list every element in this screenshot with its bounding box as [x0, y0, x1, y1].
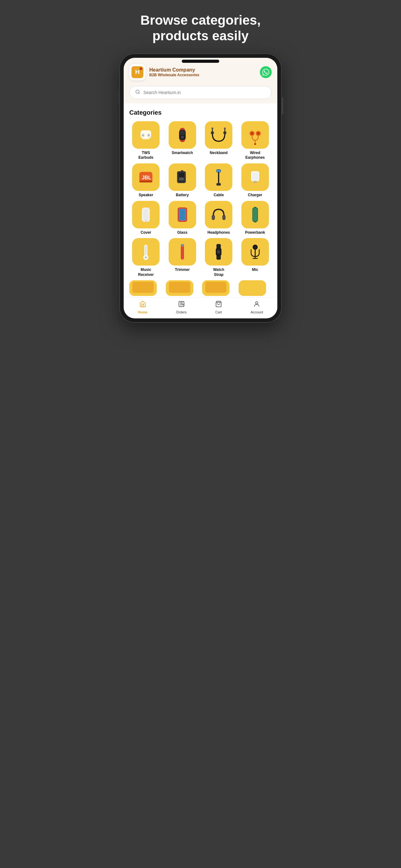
svg-rect-60 — [208, 204, 230, 226]
category-label-glass: Glass — [177, 230, 188, 235]
category-label-charger: Charger — [248, 193, 262, 198]
category-cover[interactable]: Cover — [129, 201, 163, 235]
nav-home[interactable]: Home — [138, 301, 148, 314]
category-icon-speaker: JBL — [132, 163, 160, 191]
home-icon — [139, 301, 146, 309]
svg-rect-12 — [180, 131, 185, 135]
category-label-headphones: Headphones — [207, 230, 230, 235]
svg-rect-15 — [208, 124, 230, 146]
svg-point-21 — [224, 127, 226, 129]
svg-rect-49 — [256, 181, 257, 183]
category-label-wired: WiredEarphones — [245, 151, 265, 160]
category-label-music-receiver: MusicReceiver — [138, 268, 154, 277]
svg-point-28 — [254, 143, 256, 145]
category-label-smartwatch: Smartwatch — [172, 151, 193, 156]
category-icon-powerbank — [241, 201, 269, 228]
svg-rect-48 — [254, 181, 255, 183]
orders-icon — [178, 301, 185, 309]
category-wired-earphones[interactable]: WiredEarphones — [239, 121, 272, 160]
phone-notch — [182, 60, 219, 63]
company-name: Heartium Company — [149, 67, 199, 73]
svg-rect-64 — [223, 216, 225, 219]
category-label-tws: TWSEarbuds — [138, 151, 153, 160]
category-icon-tws — [132, 121, 160, 149]
category-icon-battery — [169, 163, 196, 191]
svg-rect-67 — [253, 208, 257, 221]
app-logo: H — [132, 66, 143, 78]
category-music-receiver[interactable]: MusicReceiver — [129, 238, 163, 277]
category-icon-neckband — [205, 121, 232, 149]
svg-text:JBL: JBL — [142, 175, 151, 180]
svg-rect-53 — [143, 209, 149, 221]
app-content: Categories — [124, 103, 277, 298]
category-label-trimmer: Trimmer — [175, 268, 190, 273]
svg-point-26 — [257, 132, 260, 135]
category-icon-music-receiver — [132, 238, 160, 266]
category-icon-trimmer — [169, 238, 196, 266]
svg-rect-44 — [216, 183, 221, 186]
category-icon-mic — [241, 238, 269, 266]
search-box[interactable] — [129, 86, 272, 99]
company-info: Heartium Company B2B Wholesale Accessori… — [149, 67, 199, 77]
search-input[interactable] — [143, 90, 266, 95]
category-glass[interactable]: Glass — [166, 201, 199, 235]
category-speaker[interactable]: JBL Speaker — [129, 163, 163, 198]
category-trimmer[interactable]: Trimmer — [166, 238, 199, 277]
category-label-speaker: Speaker — [139, 193, 153, 198]
category-tws-earbuds[interactable]: TWSEarbuds — [129, 121, 163, 160]
category-cable[interactable]: Cable — [202, 163, 235, 198]
svg-rect-99 — [205, 282, 226, 293]
category-icon-headphones — [205, 201, 232, 228]
svg-point-0 — [136, 90, 139, 93]
nav-account-label: Account — [250, 310, 263, 314]
search-icon — [135, 89, 140, 96]
nav-home-label: Home — [138, 310, 148, 314]
partial-cat-3 — [202, 280, 230, 296]
svg-rect-79 — [181, 244, 184, 247]
category-powerbank[interactable]: Powerbank — [239, 201, 272, 235]
hero-title: Browse categories,products easily — [140, 12, 261, 44]
company-tagline: B2B Wholesale Accessories — [149, 73, 199, 77]
svg-point-14 — [182, 136, 183, 138]
category-icon-cover — [132, 201, 160, 228]
nav-cart[interactable]: Cart — [215, 301, 222, 314]
category-mic[interactable]: Mic — [239, 238, 272, 277]
category-watch-strap[interactable]: WatchStrap — [202, 238, 235, 277]
svg-point-25 — [251, 132, 253, 135]
svg-point-17 — [223, 131, 226, 134]
category-label-cover: Cover — [140, 230, 151, 235]
svg-point-6 — [148, 134, 149, 136]
partial-categories-row — [129, 280, 272, 297]
svg-rect-47 — [252, 172, 259, 181]
svg-rect-59 — [179, 209, 185, 220]
category-label-neckband: Neckband — [210, 151, 228, 156]
category-headphones[interactable]: Headphones — [202, 201, 235, 235]
whatsapp-button[interactable] — [260, 66, 272, 78]
svg-point-20 — [211, 127, 213, 129]
nav-orders[interactable]: Orders — [176, 301, 187, 314]
category-label-cable: Cable — [213, 193, 224, 198]
svg-rect-95 — [132, 282, 154, 293]
category-icon-wired — [241, 121, 269, 149]
svg-rect-37 — [179, 178, 184, 181]
category-label-powerbank: Powerbank — [245, 230, 265, 235]
phone-frame: H Heartium Company B2B Wholesale Accesso… — [119, 54, 282, 323]
category-charger[interactable]: Charger — [239, 163, 272, 198]
svg-point-75 — [145, 257, 146, 258]
cart-icon — [215, 301, 222, 309]
category-battery[interactable]: Battery — [166, 163, 199, 198]
partial-cat-1 — [129, 280, 157, 296]
category-neckband[interactable]: Neckband — [202, 121, 235, 160]
svg-rect-41 — [218, 170, 218, 172]
phone-volume-button — [118, 91, 119, 103]
category-smartwatch[interactable]: Smartwatch — [166, 121, 199, 160]
svg-rect-72 — [145, 245, 147, 255]
svg-point-88 — [218, 251, 220, 253]
svg-rect-42 — [219, 170, 220, 172]
category-label-battery: Battery — [176, 193, 189, 198]
nav-account[interactable]: Account — [250, 301, 263, 314]
nav-orders-label: Orders — [176, 310, 187, 314]
nav-cart-label: Cart — [215, 310, 222, 314]
svg-point-103 — [256, 302, 258, 304]
app-logo-box: H — [129, 64, 145, 80]
